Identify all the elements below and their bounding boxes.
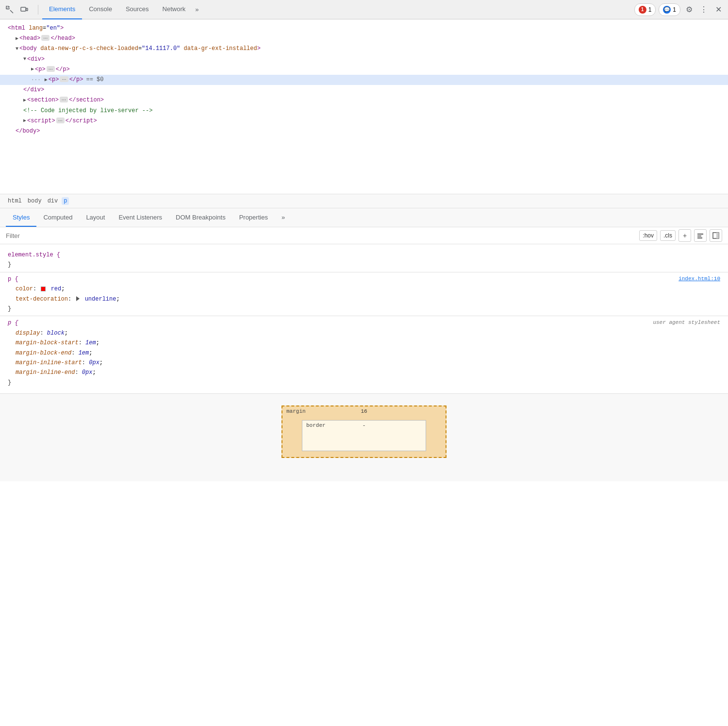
close-devtools-button[interactable]: ✕ [712,4,724,16]
svg-rect-2 [21,7,26,11]
expand-arrow-section[interactable]: ▶ [23,97,26,104]
filter-actions: :hov .cls + [639,229,722,242]
svg-rect-3 [26,8,28,11]
settings-button[interactable]: ⚙ [683,4,695,16]
element-style-selector[interactable]: element.style { [8,250,720,260]
tab-computed[interactable]: Computed [36,208,79,227]
p-ua-close: } [8,378,720,388]
add-rule-button[interactable]: + [678,229,691,242]
margin-label: margin [286,408,306,414]
dots-prefix: ··· [31,76,41,84]
dots-head[interactable]: ··· [41,35,50,41]
tab-event-listeners[interactable]: Event Listeners [112,208,169,227]
main-tab-nav: Elements Console Sources Network » [42,0,202,19]
toolbar-left-icons [4,4,30,16]
tab-more-styles[interactable]: » [275,208,292,227]
warn-badge-button[interactable]: 💬 1 [659,3,680,16]
tab-network[interactable]: Network [156,0,193,19]
toolbar-divider-1 [38,5,38,15]
more-tabs-button[interactable]: » [192,2,201,17]
text-decoration-expand[interactable] [76,296,80,301]
dom-line-html[interactable]: <html lang="en"> [0,23,728,34]
inspect-element-button[interactable] [4,4,16,16]
dom-line-section[interactable]: ▶ <section>···</section> [0,95,728,105]
breadcrumb-div[interactable]: div [46,197,60,205]
warn-count-label: 1 [673,6,676,13]
devtools-toolbar: Elements Console Sources Network » 1 1 💬… [0,0,728,19]
source-link-1[interactable]: index.html:10 [678,274,720,284]
more-options-button[interactable]: ⋮ [698,4,710,16]
breadcrumb-bar: html body div p [0,194,728,208]
border-label: border [306,422,326,428]
dom-line-p1[interactable]: ▶ <p>···</p> [0,65,728,75]
css-margin-block-start-prop[interactable]: margin-block-start: 1em; [8,338,720,348]
border-box: border - [302,420,426,451]
error-badge-button[interactable]: 1 1 [634,3,656,16]
toggle-sidebar-button[interactable] [710,229,722,242]
dots-script[interactable]: ··· [56,118,65,123]
margin-box: margin 16 border - [281,405,447,458]
tab-styles[interactable]: Styles [6,208,36,227]
breadcrumb-p[interactable]: p [62,197,69,205]
content-area [317,430,411,445]
new-rule-button[interactable] [694,229,707,242]
svg-rect-0 [6,6,9,9]
dom-line-body[interactable]: ▼ <body data-new-gr-c-s-check-loaded="14… [0,44,728,54]
expand-arrow-div[interactable]: ▼ [23,55,26,63]
styles-sub-tabs: Styles Computed Layout Event Listeners D… [0,208,728,227]
dom-line-close-body[interactable]: </body> [0,126,728,136]
ua-source-label: user agent stylesheet [653,318,720,327]
styles-content: element.style { } p { index.html:10 colo… [0,244,728,394]
dots-p2[interactable]: ··· [60,76,68,82]
warn-icon: 💬 [663,6,671,14]
css-margin-inline-end-prop[interactable]: margin-inline-end: 0px; [8,368,720,377]
breadcrumb-html[interactable]: html [6,197,24,205]
breadcrumb-body[interactable]: body [26,197,44,205]
css-color-prop[interactable]: color: red; [8,284,720,294]
toolbar-right: 1 1 💬 1 ⚙ ⋮ ✕ [634,3,724,16]
svg-rect-6 [697,237,702,238]
svg-rect-5 [697,236,701,236]
tab-dom-breakpoints[interactable]: DOM Breakpoints [169,208,232,227]
hov-button[interactable]: :hov [639,230,657,241]
tab-layout[interactable]: Layout [79,208,112,227]
expand-arrow-script[interactable]: ▶ [23,117,26,125]
expand-arrow-p2[interactable]: ▶ [45,76,48,84]
element-style-close: } [8,260,720,270]
dots-p1[interactable]: ··· [47,66,55,72]
border-value: - [363,422,366,428]
dom-line-close-div[interactable]: </div> [0,85,728,95]
css-margin-block-end-prop[interactable]: margin-block-end: 1em; [8,348,720,358]
tab-elements[interactable]: Elements [42,0,82,19]
dom-line-p2-selected[interactable]: ··· ▶ <p>···</p> == $0 [0,75,728,85]
dom-line-script[interactable]: ▶ <script>···</script> [0,116,728,126]
expand-arrow[interactable]: ▶ [16,35,18,43]
css-display-prop[interactable]: display: block; [8,328,720,338]
filter-input[interactable] [6,232,635,239]
element-style-block: element.style { } [0,248,728,272]
tab-properties[interactable]: Properties [232,208,275,227]
p-ua-selector-line[interactable]: p { user agent stylesheet [8,318,720,328]
box-model-panel: margin 16 border - [0,394,728,481]
tab-console[interactable]: Console [82,0,119,19]
cls-button[interactable]: .cls [660,230,676,241]
svg-rect-8 [716,233,719,238]
box-model: margin 16 border - [281,405,447,458]
dots-section[interactable]: ··· [60,97,68,102]
dom-line-div[interactable]: ▼ <div> [0,54,728,65]
p-styles-block: p { index.html:10 color: red; text-decor… [0,272,728,316]
css-text-decoration-prop[interactable]: text-decoration: underline; [8,294,720,304]
svg-rect-4 [697,234,703,235]
color-swatch[interactable] [41,287,46,291]
tab-sources[interactable]: Sources [119,0,156,19]
expand-arrow-p1[interactable]: ▶ [31,66,34,73]
css-margin-inline-start-prop[interactable]: margin-inline-start: 0px; [8,358,720,368]
p-ua-block: p { user agent stylesheet display: block… [0,316,728,389]
p-selector-line[interactable]: p { index.html:10 [8,274,720,284]
dom-line-head[interactable]: ▶ <head>···</head> [0,34,728,44]
error-count-label: 1 [648,6,652,13]
expand-arrow-body[interactable]: ▼ [16,45,18,53]
p-styles-close: } [8,304,720,314]
dom-line-comment: <!-- Code injected by live-server --> [0,106,728,116]
device-toggle-button[interactable] [18,4,30,16]
